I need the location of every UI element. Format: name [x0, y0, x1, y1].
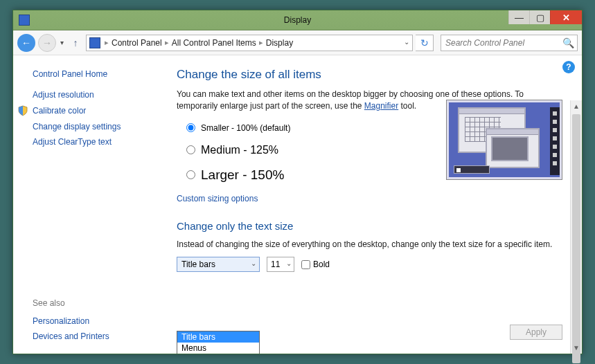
search-icon[interactable]: 🔍 [562, 37, 574, 48]
scrollbar-thumb[interactable] [572, 114, 580, 363]
search-box[interactable]: 🔍 [441, 35, 578, 51]
seealso-personalization[interactable]: Personalization [33, 313, 157, 329]
item-combobox[interactable]: Title bars ⌄ [177, 257, 260, 272]
sidebar-home-link[interactable]: Control Panel Home [13, 66, 157, 87]
radio-input[interactable] [186, 123, 195, 132]
scroll-up-icon[interactable]: ▲ [571, 100, 582, 112]
refresh-icon: ↻ [420, 37, 429, 48]
history-dropdown-button[interactable]: ▾ [59, 39, 65, 46]
sidebar-link-cleartype[interactable]: Adjust ClearType text [13, 134, 157, 149]
sidebar-link-calibrate[interactable]: Calibrate color [13, 102, 157, 119]
breadcrumb-item[interactable]: All Control Panel Items [172, 38, 256, 48]
seealso-devices[interactable]: Devices and Printers [33, 329, 157, 344]
radio-input[interactable] [186, 145, 195, 154]
section2-heading: Change only the text size [177, 220, 562, 232]
arrow-up-icon: ↑ [73, 37, 78, 48]
up-button[interactable]: ↑ [68, 35, 83, 51]
chevron-right-icon: ▸ [102, 38, 112, 47]
arrow-left-icon: ← [21, 37, 31, 48]
chevron-down-icon: ⌄ [286, 260, 292, 267]
vertical-scrollbar[interactable]: ▲ ▼ [570, 100, 582, 354]
search-input[interactable] [441, 35, 560, 51]
window-title: Display [13, 15, 582, 25]
breadcrumb-dropdown-icon[interactable]: ⌄ [404, 38, 409, 46]
scroll-down-icon[interactable]: ▼ [571, 342, 582, 354]
radio-input[interactable] [186, 170, 195, 179]
apply-button[interactable]: Apply [510, 325, 562, 340]
forward-button[interactable]: → [38, 34, 56, 52]
dropdown-option[interactable]: Menus [177, 343, 259, 354]
chevron-right-icon: ▸ [256, 38, 266, 47]
sidebar-link-resolution[interactable]: Adjust resolution [13, 87, 157, 102]
breadcrumb-item[interactable]: Control Panel [112, 38, 162, 48]
fontsize-combobox[interactable]: 11 ⌄ [267, 257, 294, 272]
dropdown-option[interactable]: Title bars [177, 331, 259, 343]
arrow-right-icon: → [42, 37, 52, 48]
bold-checkbox-label[interactable]: Bold [301, 260, 330, 269]
breadcrumb-bar[interactable]: ▸ Control Panel ▸ All Control Panel Item… [86, 35, 413, 51]
section2-description: Instead of changing the size of everythi… [177, 239, 562, 251]
see-also-section: See also Personalization Devices and Pri… [13, 298, 157, 344]
custom-sizing-link[interactable]: Custom sizing options [177, 194, 562, 203]
item-dropdown-list[interactable]: Title bars Menus Message boxes Palette t… [177, 331, 260, 354]
refresh-button[interactable]: ↻ [416, 35, 434, 51]
help-icon[interactable]: ? [562, 61, 575, 73]
shield-icon [17, 105, 28, 116]
back-button[interactable]: ← [17, 34, 35, 52]
chevron-down-icon: ⌄ [251, 260, 256, 267]
magnifier-link[interactable]: Magnifier [364, 101, 398, 111]
window-frame: Display — ▢ ✕ ← → ▾ ↑ ▸ Control Panel ▸ … [12, 10, 583, 354]
nav-toolbar: ← → ▾ ↑ ▸ Control Panel ▸ All Control Pa… [13, 30, 582, 55]
see-also-heading: See also [33, 298, 157, 313]
bold-checkbox[interactable] [301, 260, 310, 269]
titlebar[interactable]: Display — ▢ ✕ [13, 10, 582, 30]
sidebar-link-displaysettings[interactable]: Change display settings [13, 119, 157, 134]
close-button[interactable]: ✕ [550, 10, 582, 24]
maximize-button[interactable]: ▢ [529, 10, 550, 24]
chevron-right-icon: ▸ [162, 38, 172, 47]
breadcrumb-item[interactable]: Display [266, 38, 293, 48]
minimize-button[interactable]: — [508, 10, 529, 24]
size-preview-graphic [446, 100, 562, 180]
section1-heading: Change the size of all items [177, 68, 562, 82]
control-panel-icon [89, 37, 100, 48]
sidebar: Control Panel Home Adjust resolution Cal… [13, 55, 157, 354]
main-content: ? Change the size of all items You can m… [157, 55, 582, 354]
